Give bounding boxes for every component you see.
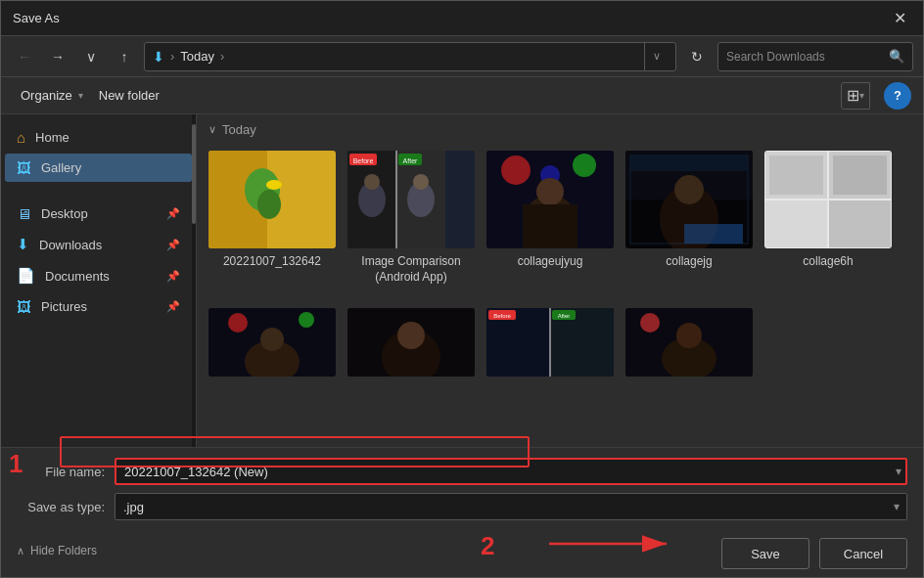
thumb-img-1 [208, 151, 336, 248]
desktop-icon: 🖥 [17, 205, 31, 222]
file-type-select[interactable]: .jpg .png .bmp [115, 493, 907, 520]
hide-folders-chevron: ∧ [17, 545, 24, 557]
sidebar-documents-label: Documents [45, 269, 110, 284]
forward-button[interactable]: → [44, 43, 71, 70]
svg-rect-35 [765, 200, 827, 247]
svg-rect-31 [684, 224, 743, 244]
home-icon: ⌂ [17, 129, 25, 146]
folder-icon: ⬇ [153, 49, 164, 65]
sidebar-home-label: Home [35, 130, 69, 145]
svg-point-5 [266, 180, 282, 190]
close-button[interactable]: ✕ [888, 7, 911, 30]
svg-point-46 [397, 322, 425, 349]
thumb-img-8: Before After [486, 308, 614, 377]
thumb-item-7[interactable] [347, 304, 475, 380]
file-name-input-wrapper: ▾ [115, 458, 907, 485]
save-label: Save [751, 547, 780, 561]
bottom-bar: File name: ▾ Save as type: .jpg .png .bm… [1, 447, 923, 577]
file-name-row: File name: ▾ [17, 458, 907, 485]
sidebar-item-desktop[interactable]: 🖥 Desktop 📌 [5, 200, 192, 228]
dialog-title: Save As [13, 11, 60, 25]
thumb-label-3: collageujyug [518, 254, 583, 270]
recent-locations-button[interactable]: ∨ [77, 43, 105, 70]
thumb-item-4[interactable]: collagejg [625, 147, 753, 289]
thumb-item-1[interactable]: 20221007_132642 [208, 147, 336, 289]
toolbar: ← → ∨ ↑ ⬇ › Today › ∨ ↻ Search Downloads… [1, 36, 923, 77]
sidebar: ⌂ Home 🖼 Gallery 🖥 Desktop 📌 ⬇ Downloads… [1, 114, 197, 447]
up-button[interactable]: ↑ [111, 43, 138, 70]
svg-point-16 [413, 174, 429, 190]
thumb-item-9[interactable] [625, 304, 753, 380]
desktop-pin-icon: 📌 [166, 207, 180, 220]
thumb-item-5[interactable]: collage6h [764, 147, 892, 289]
file-name-label: File name: [17, 465, 105, 479]
cancel-label: Cancel [844, 547, 883, 561]
search-icon: 🔍 [889, 49, 904, 64]
new-folder-button[interactable]: New folder [91, 84, 167, 107]
svg-rect-38 [833, 156, 887, 195]
organize-chevron: ▾ [78, 90, 83, 101]
new-folder-label: New folder [99, 88, 160, 103]
sidebar-downloads-label: Downloads [39, 238, 102, 252]
address-separator: › [170, 49, 174, 64]
svg-text:After: After [403, 157, 418, 164]
content-area: ∨ Today [197, 114, 923, 447]
refresh-button[interactable]: ↻ [682, 42, 712, 71]
thumb-item-2[interactable]: Before After [347, 147, 475, 289]
address-text: Today [180, 49, 214, 64]
cancel-button[interactable]: Cancel [819, 538, 907, 569]
thumb-img-2: Before After [347, 151, 475, 248]
svg-point-56 [640, 313, 660, 333]
save-button[interactable]: Save [721, 538, 809, 569]
main-area: ⌂ Home 🖼 Gallery 🖥 Desktop 📌 ⬇ Downloads… [1, 114, 923, 447]
thumbnails-row1: 20221007_132642 Before [208, 147, 911, 289]
svg-point-40 [228, 313, 248, 333]
back-button[interactable]: ← [11, 43, 38, 70]
svg-point-3 [257, 190, 281, 219]
sidebar-item-documents[interactable]: 📄 Documents 📌 [5, 261, 192, 290]
help-button[interactable]: ? [884, 82, 911, 110]
save-as-dialog: Save As ✕ ← → ∨ ↑ ⬇ › Today › ∨ ↻ Search… [0, 0, 924, 578]
hide-folders-button[interactable]: ∧ Hide Folders [17, 540, 97, 561]
view-button[interactable]: ⊞ ▾ [841, 82, 870, 110]
search-text: Search Downloads [726, 50, 825, 64]
content-scroll[interactable]: ∨ Today [197, 114, 923, 447]
sidebar-pictures-label: Pictures [41, 299, 87, 314]
section-today-header: ∨ Today [208, 122, 911, 137]
thumb-img-9 [625, 308, 753, 377]
address-bar[interactable]: ⬇ › Today › ∨ [144, 42, 676, 71]
sidebar-desktop-label: Desktop [41, 206, 88, 221]
organize-label: Organize [21, 88, 72, 103]
pictures-pin-icon: 📌 [166, 300, 180, 313]
file-type-row: Save as type: .jpg .png .bmp [17, 493, 907, 520]
gallery-icon: 🖼 [17, 159, 31, 176]
svg-rect-30 [630, 156, 748, 171]
svg-rect-24 [523, 204, 578, 248]
action-buttons: Save Cancel [721, 538, 907, 569]
thumb-item-3[interactable]: collageujyug [486, 147, 614, 289]
svg-rect-36 [829, 200, 891, 247]
svg-point-58 [676, 323, 702, 348]
sidebar-item-home[interactable]: ⌂ Home [5, 123, 192, 152]
pictures-icon: 🖼 [17, 298, 31, 315]
view-chevron: ▾ [859, 90, 864, 101]
thumb-item-6[interactable] [208, 304, 336, 380]
command-bar: Organize ▾ New folder ⊞ ▾ ? [1, 77, 923, 114]
address-dropdown-button[interactable]: ∨ [644, 42, 668, 71]
svg-point-14 [364, 174, 380, 190]
sidebar-item-pictures[interactable]: 🖼 Pictures 📌 [5, 292, 192, 321]
organize-button[interactable]: Organize ▾ [13, 84, 91, 107]
section-title: Today [222, 122, 256, 137]
sidebar-item-downloads[interactable]: ⬇ Downloads 📌 [5, 230, 192, 259]
thumb-label-1: 20221007_132642 [223, 254, 321, 270]
documents-icon: 📄 [17, 267, 35, 285]
section-chevron: ∨ [208, 123, 216, 136]
sidebar-item-gallery[interactable]: 🖼 Gallery [5, 154, 192, 182]
thumb-img-4 [625, 151, 753, 248]
thumb-img-5 [764, 151, 892, 248]
svg-text:Before: Before [353, 157, 374, 164]
file-name-input[interactable] [115, 458, 907, 485]
svg-point-23 [536, 178, 564, 205]
thumb-label-4: collagejg [666, 254, 712, 270]
thumb-item-8[interactable]: Before After [486, 304, 614, 380]
